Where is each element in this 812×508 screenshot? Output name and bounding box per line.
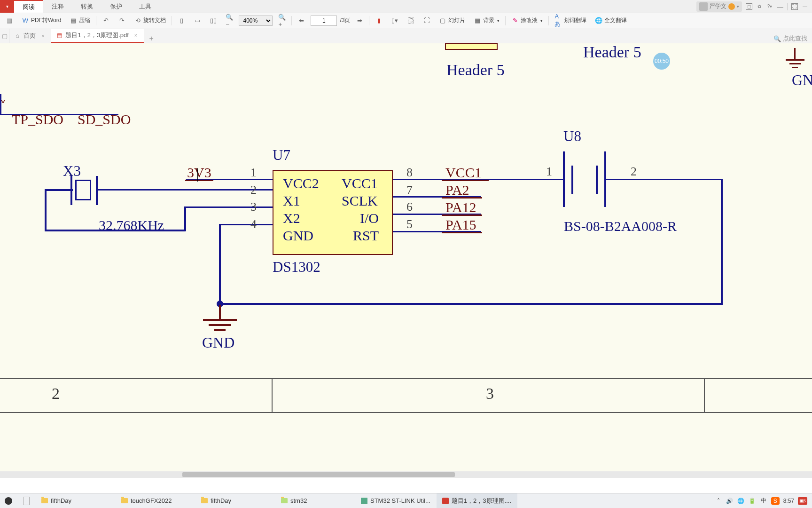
word-translate-button[interactable]: Aあ划词翻译 [552,16,589,25]
bookmark-icon: ▮ [375,17,383,24]
panel-icon: ▥ [6,17,13,24]
translate-word-icon: Aあ [554,17,562,24]
start-button[interactable] [0,493,17,508]
tab-home[interactable]: ⌂ 首页 × [9,29,51,43]
task-touchgfx[interactable]: touchGFX2022 [116,493,195,508]
close-icon[interactable]: × [134,32,137,38]
zoom-select[interactable]: 400% [239,16,273,26]
volume-icon[interactable]: 🔊 [726,497,734,505]
rotate-button[interactable]: ⟲旋转文档 [131,16,169,25]
fit-two-button[interactable]: ▯▯ [207,16,220,25]
crop-button[interactable]: ⿴ [404,16,417,25]
next-page-button[interactable]: ➡ [353,16,366,25]
pin-vcc1: VCC1 [342,175,378,191]
search-box[interactable]: 🔍 点此查找 [773,34,812,43]
fit-page-button[interactable]: ▯ [175,16,188,25]
fit-width-icon: ▭ [194,17,201,24]
user-name: 严学文 [710,2,726,10]
notification-icon[interactable]: ▣5 [798,497,807,505]
menu-protect[interactable]: 保护 [102,0,131,13]
settings-icon[interactable]: ✿ [756,3,763,10]
sidebar-toggle-button[interactable]: ▥ [3,16,16,25]
translate-full-icon: 🌐 [595,17,602,24]
horizontal-scrollbar[interactable] [0,471,812,478]
new-tab-button[interactable]: + [144,34,158,43]
tp-sdo-label: TP_SDO [12,111,63,127]
chevron-up-icon[interactable]: ˄ [715,497,722,505]
close-icon[interactable]: × [41,33,44,39]
erase-button[interactable]: ✎涂改液▾ [508,16,546,25]
zoom-in-button[interactable]: 🔍+ [275,16,289,25]
battery-icon[interactable]: 🔋 [749,497,756,505]
ime-icon[interactable]: 中 [760,497,767,505]
user-badge-icon [728,3,735,10]
chevron-down-icon: ▾ [737,4,739,9]
net-pa2: PA2 [445,182,469,198]
background-button[interactable]: ▦背景▾ [471,16,502,25]
user-chip[interactable]: 严学文 ▾ [696,1,742,12]
prev-page-button[interactable]: ⬅ [295,16,308,25]
task-pdf[interactable]: 题目1，2，3原理图.... [437,493,517,508]
menu-tools[interactable]: 工具 [131,0,160,13]
network-icon[interactable]: 🌐 [737,497,745,505]
crop-icon: ⿴ [407,17,414,24]
menu-convert[interactable]: 转换 [72,0,102,13]
pin-3: 3 [250,200,257,214]
sogou-icon[interactable]: S [771,497,780,505]
bookmark-button[interactable]: ▮ [372,16,385,25]
pdf-to-word-button[interactable]: WPDF转Word [19,16,64,25]
minimize-icon[interactable]: — [777,3,783,10]
bs-part: BS-08-B2AA008-R [564,218,677,234]
menu-read[interactable]: 阅读 [14,0,43,13]
undo-button[interactable]: ↶ [99,16,112,25]
app-menu-button[interactable]: ▾ [0,0,14,13]
task-blank[interactable] [17,493,36,508]
pin-7: 7 [406,183,413,197]
net-3v3: 3V3 [187,165,211,181]
document-viewport[interactable]: Header 5 Header 5 GN TP_SDO SD_SDO ˅ X3 … [0,43,812,478]
fit-width-button[interactable]: ▭ [191,16,204,25]
header5b-label: Header 5 [583,43,641,61]
fit-page-icon: ▯ [178,17,185,24]
full-translate-button[interactable]: 🌐全文翻译 [592,16,630,25]
two-page-icon: ▯▯ [210,17,217,24]
task-fifthday-1[interactable]: fifthDay [36,493,116,508]
home-icon: ⌂ [14,32,21,39]
tab-list-button[interactable]: ▢ [0,29,9,43]
background-icon: ▦ [474,17,481,24]
menu-bar: ▾ 阅读 注释 转换 保护 工具 严学文 ▾ ◻ ✿ ?▾ — ⛶ — [0,0,812,13]
zoom-in-icon: 🔍+ [278,17,286,24]
chevron-label: ˅ [0,99,6,113]
menu-annotate[interactable]: 注释 [43,0,72,13]
tab-strip: ▢ ⌂ 首页 × ▤ 题目1，2，3原理图.pdf × + 🔍 点此查找 [0,28,812,43]
scroll-thumb[interactable] [182,472,455,477]
compress-button[interactable]: ▤压缩 [67,16,93,25]
page-input[interactable] [311,16,337,26]
toolbar: ▥ WPDF转Word ▤压缩 ↶ ↷ ⟲旋转文档 ▯ ▭ ▯▯ 🔍− 400%… [0,13,812,28]
pin-2: 2 [250,183,257,197]
gnd-label: GND [202,334,234,351]
layout-button[interactable]: ▯▾ [388,16,401,25]
redo-icon: ↷ [118,17,125,24]
stlink-icon [361,498,367,504]
u7-ref: U7 [273,147,290,164]
slideshow-button[interactable]: ▢幻灯片 [436,16,468,25]
task-fifthday-2[interactable]: fifthDay [195,493,275,508]
header5-label: Header 5 [446,61,505,79]
rotate-icon: ⟲ [134,17,141,24]
u8-pin-1: 1 [546,165,552,179]
fullscreen-button[interactable]: ⛶ [420,16,433,25]
clock[interactable]: 8:57 [783,498,794,504]
window-restore-icon[interactable]: ◻ [746,3,752,10]
task-stm32[interactable]: stm32 [275,493,355,508]
help-icon[interactable]: ?▾ [766,3,773,10]
pdf-page: Header 5 Header 5 GN TP_SDO SD_SDO ˅ X3 … [0,43,812,471]
task-stlink[interactable]: STM32 ST-LINK Util... [355,493,437,508]
svg-point-0 [5,497,12,505]
redo-button[interactable]: ↷ [115,16,128,25]
close-icon[interactable]: — [802,3,808,10]
slideshow-icon: ▢ [439,17,446,24]
zoom-out-button[interactable]: 🔍− [223,16,236,25]
maximize-icon[interactable]: ⛶ [791,3,798,10]
tab-document[interactable]: ▤ 题目1，2，3原理图.pdf × [51,29,144,43]
